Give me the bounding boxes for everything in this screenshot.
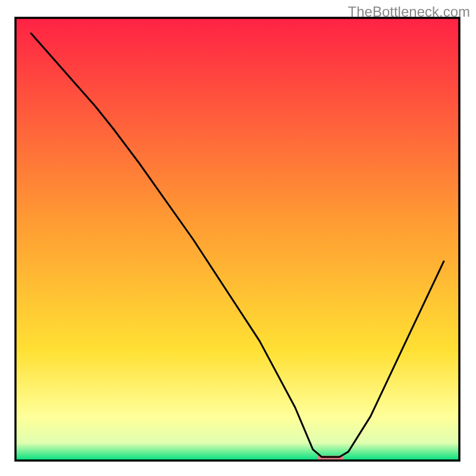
watermark-text: TheBottleneck.com xyxy=(348,4,470,20)
bottleneck-chart: TheBottleneck.com xyxy=(0,0,476,476)
chart-svg xyxy=(0,0,476,476)
gradient-background xyxy=(15,18,459,461)
